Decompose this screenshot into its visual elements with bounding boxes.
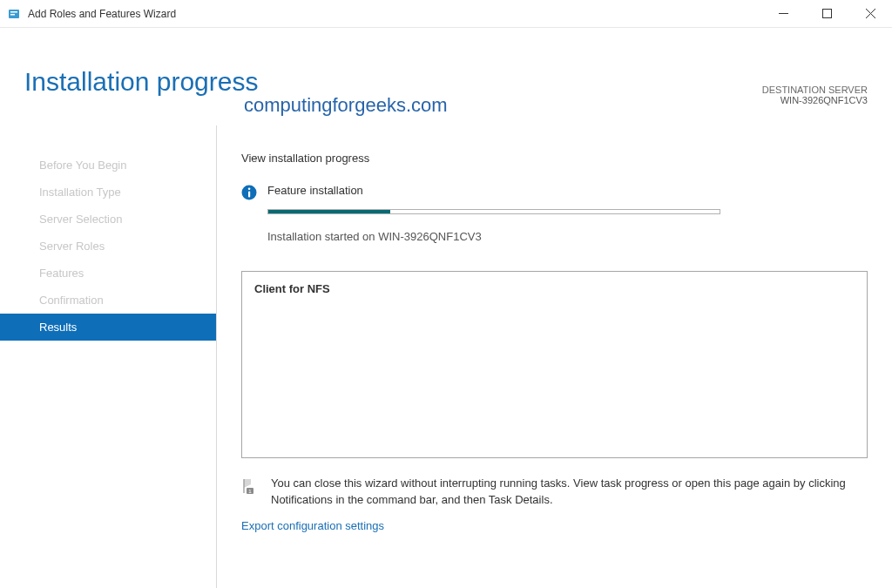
sidebar-item-results[interactable]: Results (0, 314, 216, 341)
window-title: Add Roles and Features Wizard (28, 8, 772, 20)
status-title: Feature installation (267, 184, 868, 197)
main-panel: View installation progress Feature insta… (216, 125, 892, 588)
svg-point-9 (248, 188, 251, 191)
info-note: You can close this wizard without interr… (271, 476, 868, 509)
status-message: Installation started on WIN-3926QNF1CV3 (267, 230, 868, 243)
progress-fill (268, 210, 390, 213)
sidebar-item-server-roles: Server Roles (0, 233, 216, 260)
sidebar: Before You Begin Installation Type Serve… (0, 125, 216, 588)
destination-server: DESTINATION SERVER WIN-3926QNF1CV3 (762, 84, 868, 105)
sidebar-item-server-selection: Server Selection (0, 206, 216, 233)
minimize-button[interactable] (772, 3, 794, 25)
sidebar-item-before-begin: Before You Begin (0, 152, 216, 179)
svg-rect-8 (248, 192, 250, 198)
export-config-link[interactable]: Export configuration settings (241, 519, 868, 532)
window-controls (772, 3, 882, 25)
app-icon (7, 7, 21, 21)
svg-marker-10 (244, 479, 251, 488)
info-note-row: 1 You can close this wizard without inte… (241, 476, 868, 509)
sidebar-item-installation-type: Installation Type (0, 179, 216, 206)
results-box: Client for NFS (241, 271, 868, 458)
sidebar-item-features: Features (0, 260, 216, 287)
watermark-text: computingforgeeks.com (244, 94, 448, 117)
titlebar: Add Roles and Features Wizard (0, 0, 892, 28)
sidebar-item-confirmation: Confirmation (0, 287, 216, 314)
svg-rect-1 (10, 11, 17, 13)
page-title: Installation progress (24, 67, 868, 97)
status-row: Feature installation Installation starte… (241, 184, 868, 259)
close-button[interactable] (859, 3, 882, 25)
info-icon (241, 185, 257, 200)
section-title: View installation progress (241, 152, 868, 165)
results-item: Client for NFS (254, 282, 855, 295)
maximize-button[interactable] (815, 3, 838, 25)
dest-name: WIN-3926QNF1CV3 (780, 95, 868, 105)
svg-rect-2 (10, 14, 15, 16)
content: Before You Begin Installation Type Serve… (0, 125, 892, 588)
dest-label: DESTINATION SERVER (762, 84, 868, 95)
progress-bar (267, 209, 720, 214)
svg-rect-4 (822, 10, 831, 18)
status-content: Feature installation Installation starte… (267, 184, 868, 259)
flag-icon: 1 (241, 477, 259, 495)
